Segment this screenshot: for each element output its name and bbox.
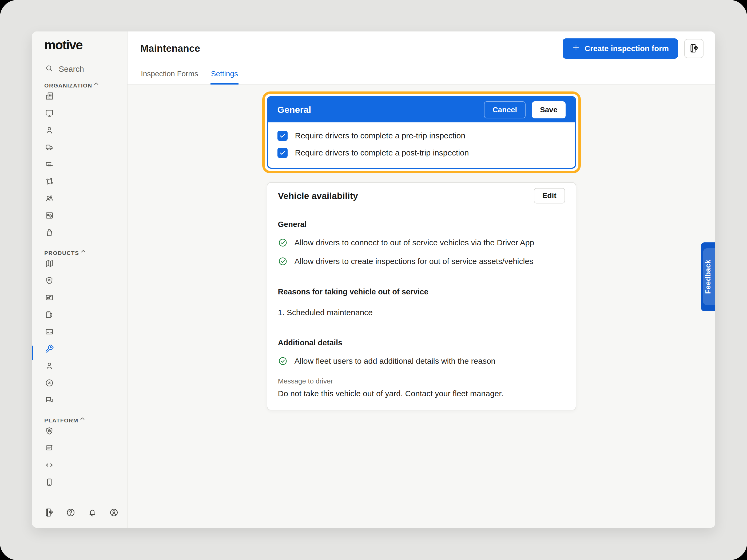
sidebar-item-fleet-view[interactable]: Fleet View <box>32 259 127 276</box>
sidebar-item-vehicles[interactable]: Vehicles <box>32 143 127 160</box>
chevron-up-icon[interactable] <box>92 80 116 91</box>
general-card-highlight-ring: General Cancel Save Require drivers to c… <box>262 91 581 174</box>
alerts-icon <box>45 444 127 460</box>
sidebar-item-cards[interactable]: Cards <box>32 327 127 344</box>
reasons-heading: Reasons for taking vehicle out of servic… <box>278 288 565 296</box>
general-card-body: Require drivers to complete a pre-trip i… <box>268 123 575 168</box>
sidebar-item-developers[interactable]: Developers <box>32 460 127 478</box>
sidebar-search[interactable]: Search <box>32 60 127 78</box>
guide-button[interactable] <box>44 508 56 519</box>
help-icon <box>66 508 78 519</box>
page-title: Maintenance <box>140 43 563 54</box>
sidebar-item-dispatch[interactable]: Dispatch <box>32 378 127 396</box>
search-icon <box>45 64 53 74</box>
setting-item-text: Allow drivers to create inspections for … <box>294 257 533 266</box>
sidebar-item-messaging[interactable]: Messaging <box>32 396 127 412</box>
help-button[interactable] <box>66 508 78 519</box>
sidebar-footer <box>32 499 127 528</box>
create-inspection-form-button[interactable]: Create inspection form <box>563 38 678 59</box>
vehicle-card-body: General Allow drivers to connect to out … <box>267 209 576 410</box>
sidebar-item-company[interactable]: Company <box>32 91 127 109</box>
shield-lock-icon <box>45 426 127 444</box>
checkbox-row[interactable]: Require drivers to complete a pre-trip i… <box>278 127 566 144</box>
sidebar-item-fuel[interactable]: Fuel <box>32 310 127 327</box>
profile-card-icon <box>45 211 127 228</box>
sidebar-item-geofences[interactable]: Geofences <box>32 177 127 194</box>
checkbox-checked[interactable] <box>278 131 288 141</box>
sidebar-nav: ORGANIZATIONCompanyFleet UsersDriversVeh… <box>32 78 127 499</box>
reason-item: 1. Scheduled maintenance <box>278 308 565 317</box>
plus-icon <box>572 44 580 54</box>
messaging-icon <box>45 396 127 412</box>
compliance-icon <box>45 293 127 310</box>
account-button[interactable] <box>109 508 121 519</box>
checked-setting-item: Allow drivers to connect to out of servi… <box>278 238 565 247</box>
notifications-button[interactable] <box>87 508 99 519</box>
sidebar-item-profiles[interactable]: Profiles <box>32 211 127 228</box>
general-settings-card: General Cancel Save Require drivers to c… <box>267 96 576 169</box>
circle-check-icon <box>278 238 288 247</box>
tab-inspection-forms[interactable]: Inspection Forms <box>140 70 199 84</box>
sidebar-item-maintenance[interactable]: Maintenance <box>32 344 127 361</box>
message-to-driver-text: Do not take this vehicle out of yard. Co… <box>278 389 565 398</box>
sidebar-item-workforce[interactable]: Workforce <box>32 361 127 378</box>
circle-check-icon <box>278 257 288 266</box>
cancel-button[interactable]: Cancel <box>484 101 525 118</box>
guide-icon <box>44 508 56 519</box>
guide-button[interactable] <box>684 39 703 58</box>
vehicle-card-title: Vehicle availability <box>278 191 534 201</box>
setting-item-text: Allow fleet users to add additional deta… <box>294 356 496 366</box>
sidebar-item-security-and-data[interactable]: Security and Data <box>32 426 127 444</box>
divider <box>278 328 565 328</box>
building-icon <box>45 91 127 109</box>
guide-icon <box>689 43 699 54</box>
truck-icon <box>45 143 127 160</box>
sidebar-section-label-platform: PLATFORM <box>32 415 127 426</box>
feedback-tab[interactable]: Feedback <box>701 242 715 311</box>
checkbox-checked[interactable] <box>278 148 288 158</box>
section-label-text: PLATFORM <box>44 417 78 424</box>
person-icon <box>45 126 127 143</box>
sidebar-item-safety[interactable]: Safety <box>32 276 127 293</box>
motive-logo: motive <box>32 31 127 58</box>
setting-item-text: Allow drivers to connect to out of servi… <box>294 238 534 247</box>
sidebar-section-label-products: PRODUCTS <box>32 247 127 259</box>
dispatch-icon <box>45 378 127 396</box>
map-icon <box>45 259 127 276</box>
sidebar-item-drivers[interactable]: Drivers <box>32 126 127 143</box>
chevron-up-icon[interactable] <box>78 415 116 426</box>
sidebar-item-driver-app[interactable]: Driver App <box>32 478 127 495</box>
search-label: Search <box>59 64 84 74</box>
notifications-icon <box>87 508 99 519</box>
checked-setting-item: Allow fleet users to add additional deta… <box>278 356 565 366</box>
credit-card-icon <box>45 327 127 344</box>
app-window: motive Search ORGANIZATIONCompanyFleet U… <box>32 31 715 528</box>
sidebar-item-assets[interactable]: Assets <box>32 160 127 177</box>
sidebar-item-shop[interactable]: ShopNEW <box>32 228 127 245</box>
page-header: Maintenance Create inspection form Inspe… <box>128 31 715 84</box>
message-to-driver-label: Message to driver <box>278 377 565 385</box>
desktop-background: motive Search ORGANIZATIONCompanyFleet U… <box>0 0 747 560</box>
vehicle-availability-card: Vehicle availability Edit General Allow … <box>267 182 576 410</box>
vehicle-general-heading: General <box>278 220 565 229</box>
person-icon <box>45 361 127 378</box>
trailer-icon <box>45 160 127 177</box>
chevron-up-icon[interactable] <box>79 247 116 259</box>
checkbox-row[interactable]: Require drivers to complete a post-trip … <box>278 144 566 161</box>
checkbox-label: Require drivers to complete a post-trip … <box>295 148 469 157</box>
monitor-icon <box>45 109 127 126</box>
shopping-bag-icon <box>45 228 127 245</box>
save-button[interactable]: Save <box>532 101 565 118</box>
account-icon <box>109 508 121 519</box>
vehicle-card-header: Vehicle availability Edit <box>267 183 576 209</box>
geofence-icon <box>45 177 127 194</box>
sidebar: motive Search ORGANIZATIONCompanyFleet U… <box>32 31 128 528</box>
tab-settings[interactable]: Settings <box>210 70 238 84</box>
sidebar-item-groups[interactable]: Groups <box>32 194 127 211</box>
sidebar-item-alerts[interactable]: Alerts <box>32 444 127 460</box>
section-label-text: ORGANIZATION <box>44 82 92 89</box>
sidebar-item-fleet-users[interactable]: Fleet Users <box>32 109 127 126</box>
edit-button[interactable]: Edit <box>534 188 565 204</box>
sidebar-item-compliance[interactable]: Compliance <box>32 293 127 310</box>
divider <box>278 277 565 277</box>
